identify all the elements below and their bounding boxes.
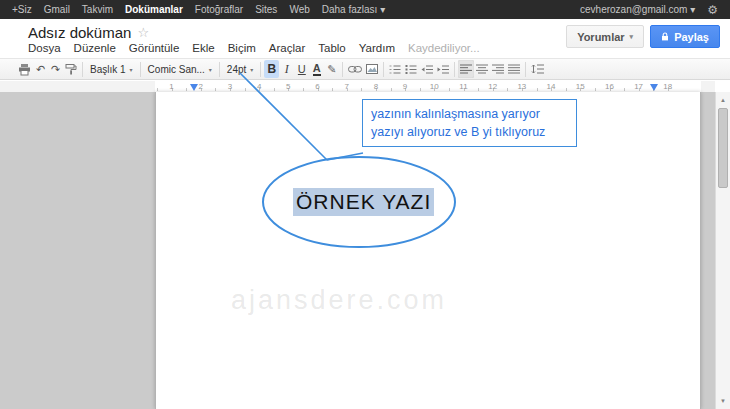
googlebar-item-sites[interactable]: Sites xyxy=(255,4,277,15)
gear-icon[interactable]: ⚙ xyxy=(707,3,718,17)
annotation-callout-box: yazının kalınlaşmasına yarıyor yazıyı al… xyxy=(362,99,577,147)
toolbar-separator xyxy=(342,62,343,77)
chevron-down-icon: ▾ xyxy=(250,66,253,73)
align-center-button[interactable] xyxy=(474,60,490,78)
underline-button[interactable]: U xyxy=(294,60,309,78)
text-color-button[interactable]: A xyxy=(309,60,324,78)
star-icon[interactable]: ☆ xyxy=(137,25,149,40)
menu-tablo[interactable]: Tablo xyxy=(318,42,346,54)
left-indent-marker[interactable] xyxy=(190,84,198,91)
bold-icon: B xyxy=(268,62,277,76)
align-left-icon xyxy=(460,64,472,74)
printer-icon xyxy=(18,63,31,76)
google-bar: +Siz Gmail Takvim Dokümanlar Fotoğraflar… xyxy=(0,0,730,19)
highlight-pen-icon: ✎ xyxy=(327,63,336,76)
italic-icon: I xyxy=(285,62,289,77)
doc-header: Adsız doküman ☆ Dosya Düzenle Görüntüle … xyxy=(0,19,730,58)
print-button[interactable] xyxy=(16,60,33,78)
chevron-down-icon: ▾ xyxy=(630,33,634,41)
bold-button[interactable]: B xyxy=(264,60,279,78)
font-size-dropdown[interactable]: 24pt ▾ xyxy=(223,60,257,78)
document-selected-text[interactable]: ÖRNEK YAZI xyxy=(293,188,434,216)
bulleted-list-button[interactable] xyxy=(403,60,419,78)
lock-icon xyxy=(661,32,669,42)
paragraph-style-dropdown[interactable]: Başlık 1 ▾ xyxy=(86,60,137,78)
line-spacing-icon xyxy=(531,64,544,74)
annotation-line-1: yazının kalınlaşmasına yarıyor xyxy=(371,105,568,123)
indent-icon xyxy=(437,64,449,75)
title-row: Adsız doküman ☆ xyxy=(28,24,149,41)
scroll-up-arrow[interactable]: ▲ xyxy=(716,93,730,107)
document-title[interactable]: Adsız doküman xyxy=(28,24,131,41)
italic-button[interactable]: I xyxy=(279,60,294,78)
googlebar-item-dokumanlar[interactable]: Dokümanlar xyxy=(125,4,183,15)
font-family-dropdown[interactable]: Comic San... ▾ xyxy=(144,60,216,78)
numbered-list-button[interactable] xyxy=(387,60,403,78)
watermark-text: ajansdere.com xyxy=(231,285,447,316)
googlebar-item-takvim[interactable]: Takvim xyxy=(82,4,113,15)
toolbar-separator xyxy=(140,62,141,77)
increase-indent-button[interactable] xyxy=(435,60,451,78)
right-indent-marker[interactable] xyxy=(650,84,658,91)
font-family-value: Comic San... xyxy=(148,64,205,75)
line-spacing-button[interactable] xyxy=(529,60,546,78)
paint-format-button[interactable] xyxy=(63,60,79,78)
vertical-scrollbar[interactable]: ▲ ▼ xyxy=(715,92,730,409)
menu-ekle[interactable]: Ekle xyxy=(192,42,214,54)
menu-yardim[interactable]: Yardım xyxy=(359,42,395,54)
annotation-line-2: yazıyı alıyoruz ve B yi tıklıyoruz xyxy=(371,123,568,141)
redo-icon: ↷ xyxy=(51,63,60,76)
comments-button-label: Yorumlar xyxy=(577,31,624,43)
font-size-value: 24pt xyxy=(227,64,246,75)
comments-button[interactable]: Yorumlar ▾ xyxy=(566,25,644,48)
toolbar-separator xyxy=(260,62,261,77)
toolbar-separator xyxy=(454,62,455,77)
highlight-color-button[interactable]: ✎ xyxy=(324,60,339,78)
googlebar-item-more[interactable]: Daha fazlası ▾ xyxy=(322,4,385,15)
googlebar-item-web[interactable]: Web xyxy=(289,4,309,15)
bulleted-list-icon xyxy=(405,64,417,75)
chevron-down-icon: ▾ xyxy=(130,66,133,73)
insert-link-button[interactable] xyxy=(346,60,364,78)
menu-araclar[interactable]: Araçlar xyxy=(269,42,305,54)
justify-button[interactable] xyxy=(506,60,522,78)
align-center-icon xyxy=(476,64,488,74)
image-icon xyxy=(366,64,378,74)
chevron-down-icon: ▾ xyxy=(209,66,212,73)
menu-dosya[interactable]: Dosya xyxy=(28,42,61,54)
insert-image-button[interactable] xyxy=(364,60,380,78)
saving-status: Kaydediliyor... xyxy=(408,42,480,54)
scroll-down-arrow[interactable]: ▼ xyxy=(716,394,730,408)
link-icon xyxy=(348,65,362,74)
numbered-list-icon xyxy=(389,64,401,75)
decrease-indent-button[interactable] xyxy=(419,60,435,78)
menu-goruntule[interactable]: Görüntüle xyxy=(129,42,180,54)
header-buttons: Yorumlar ▾ Paylaş xyxy=(566,25,720,48)
format-toolbar: ↶ ↷ Başlık 1 ▾ Comic San... ▾ 24pt ▾ B I… xyxy=(0,58,730,80)
align-left-button[interactable] xyxy=(458,60,474,78)
googlebar-item-gmail[interactable]: Gmail xyxy=(44,4,70,15)
toolbar-separator xyxy=(219,62,220,77)
menu-bicim[interactable]: Biçim xyxy=(228,42,256,54)
menu-bar: Dosya Düzenle Görüntüle Ekle Biçim Araçl… xyxy=(28,42,480,54)
googlebar-item-plus-siz[interactable]: +Siz xyxy=(12,4,32,15)
googlebar-item-fotograflar[interactable]: Fotoğraflar xyxy=(195,4,243,15)
account-menu[interactable]: cevherozan@gmail.com ▾ xyxy=(580,4,695,15)
share-button[interactable]: Paylaş xyxy=(650,25,720,48)
menu-duzenle[interactable]: Düzenle xyxy=(74,42,116,54)
undo-icon: ↶ xyxy=(36,63,45,76)
text-color-icon: A xyxy=(313,63,321,76)
paint-roller-icon xyxy=(65,63,77,75)
undo-button[interactable]: ↶ xyxy=(33,60,48,78)
share-button-label: Paylaş xyxy=(674,31,709,43)
redo-button[interactable]: ↷ xyxy=(48,60,63,78)
justify-icon xyxy=(508,64,520,74)
toolbar-separator xyxy=(82,62,83,77)
outdent-icon xyxy=(421,64,433,75)
align-right-icon xyxy=(492,64,504,74)
scrollbar-thumb[interactable] xyxy=(718,108,728,188)
underline-icon: U xyxy=(298,63,306,75)
google-docs-window: { "topbar": { "items": ["+Siz", "Gmail",… xyxy=(0,0,730,409)
paragraph-style-value: Başlık 1 xyxy=(90,64,126,75)
align-right-button[interactable] xyxy=(490,60,506,78)
